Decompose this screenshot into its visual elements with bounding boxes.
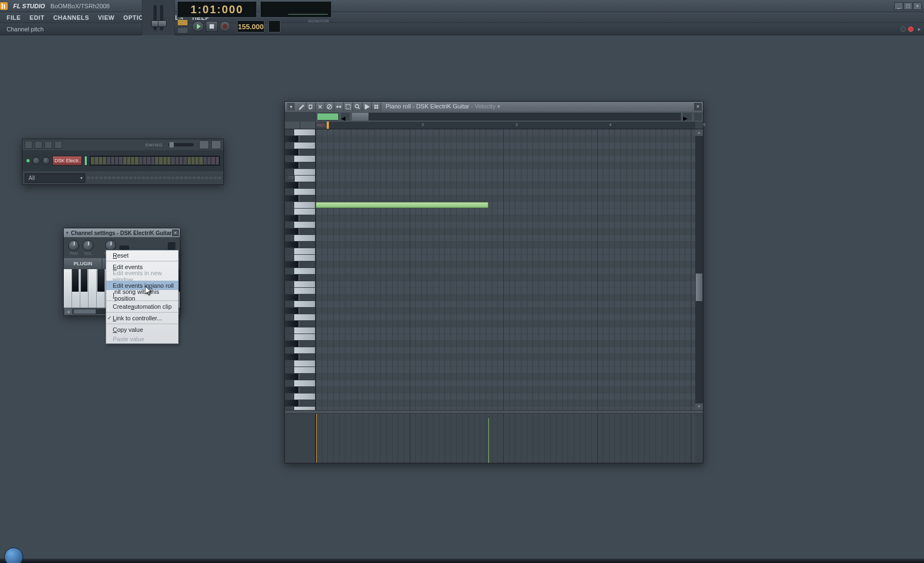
- cs-close-button[interactable]: ×: [172, 229, 179, 236]
- pr-close-button[interactable]: ×: [694, 103, 702, 111]
- pattern-display[interactable]: [268, 20, 280, 32]
- channel-vol-knob[interactable]: [42, 157, 50, 165]
- ctx-item[interactable]: Reset: [106, 250, 178, 260]
- stop-button[interactable]: [206, 21, 218, 32]
- app-logo-icon: [0, 2, 8, 10]
- menu-view[interactable]: VIEW: [94, 14, 119, 21]
- pr-main: C5 ▴ ▾: [285, 129, 703, 410]
- pr-vs-up[interactable]: ▴: [695, 129, 703, 136]
- pr-sr-btn-1[interactable]: [285, 122, 300, 129]
- cs-tab-plugin[interactable]: PLUGIN: [64, 258, 102, 269]
- pr-sr-btn-2[interactable]: [300, 122, 316, 129]
- draw-tool-icon[interactable]: [297, 102, 306, 111]
- pr-vsc-up[interactable]: [695, 122, 703, 129]
- master-volume-fader[interactable]: [153, 5, 157, 30]
- pattern-mode-toggle[interactable]: [177, 19, 188, 26]
- grid-tool-icon[interactable]: [372, 102, 381, 111]
- select-tool-icon[interactable]: [344, 102, 353, 111]
- pr-vscroll: ▴ ▾: [695, 129, 703, 410]
- delete-tool-icon[interactable]: [316, 102, 325, 111]
- cs-pan-knob[interactable]: [68, 240, 79, 251]
- cs-scroll-left[interactable]: ◂: [65, 309, 72, 314]
- close-button[interactable]: ×: [913, 2, 922, 10]
- tempo-value: 155.000: [238, 23, 264, 31]
- pr-velocity-grid[interactable]: [316, 414, 695, 463]
- menu-edit[interactable]: EDIT: [25, 14, 49, 21]
- pr-splitter[interactable]: [285, 410, 703, 414]
- rack-body: DSK Electr...: [23, 150, 223, 171]
- channel-settings-titlebar[interactable]: ▾ Channel settings - DSK ElectriK Guitar…: [64, 228, 180, 237]
- app-titlebar: FL STUDIO BoOMBoX/TSRh2008 _ □ ×: [0, 0, 924, 12]
- channel-filter-dropdown[interactable]: All: [25, 173, 85, 183]
- channel-select[interactable]: [84, 156, 87, 166]
- graph-editor-button[interactable]: [199, 140, 209, 149]
- cs-scroll-thumb[interactable]: [74, 309, 96, 314]
- rack-button-2[interactable]: [35, 141, 42, 149]
- main-menu: FILE EDIT CHANNELS VIEW OPTIONS TOOLS HE…: [0, 12, 924, 23]
- tempo-display[interactable]: 155.000: [237, 20, 265, 32]
- time-display[interactable]: 1:01:000: [177, 1, 257, 18]
- pr-zoom-button[interactable]: [694, 113, 702, 121]
- ctx-item[interactable]: Create automation clip: [106, 300, 178, 311]
- paint-tool-icon[interactable]: [306, 102, 316, 111]
- ctx-item: Edit events in new window: [106, 271, 178, 281]
- midi-note[interactable]: [316, 202, 488, 208]
- keyboard-editor-button[interactable]: [211, 140, 221, 149]
- pr-note-grid[interactable]: [316, 129, 695, 410]
- channel-name-button[interactable]: DSK Electr...: [52, 156, 82, 166]
- cs-vol-knob[interactable]: [82, 240, 94, 251]
- start-button[interactable]: [4, 548, 23, 563]
- playback-tool-icon[interactable]: [362, 102, 372, 111]
- pr-piano-keys[interactable]: C5: [285, 129, 316, 410]
- rack-button-3[interactable]: [45, 141, 52, 149]
- mouse-cursor: [145, 286, 152, 296]
- channel-filter-label: All: [29, 175, 35, 181]
- hint-bar: Channel pitch ▸: [0, 23, 924, 35]
- mute-tool-icon[interactable]: [325, 102, 334, 111]
- ctx-item[interactable]: Copy value: [106, 324, 178, 334]
- ctx-item[interactable]: ✓Link to controller...: [106, 312, 178, 323]
- pr-vel-left: [285, 414, 316, 463]
- channel-mute-led[interactable]: [26, 158, 30, 163]
- pr-hscroll-thumb[interactable]: [352, 113, 369, 121]
- pr-note-preview[interactable]: [317, 113, 339, 121]
- pr-vs-down[interactable]: ▾: [695, 403, 703, 410]
- menu-channels[interactable]: CHANNELS: [49, 14, 94, 21]
- cs-pitch-knob[interactable]: [105, 240, 116, 251]
- pr-timeline[interactable]: 2345: [327, 122, 695, 129]
- cs-pitch-slider[interactable]: [119, 245, 129, 250]
- pr-horizontal-scroll[interactable]: [352, 113, 681, 121]
- stop-icon: [210, 24, 214, 29]
- record-icon: [222, 24, 228, 29]
- record-button[interactable]: [219, 21, 230, 32]
- play-button[interactable]: [192, 21, 204, 32]
- swing-slider[interactable]: [168, 143, 194, 146]
- pr-menu-button[interactable]: ▾: [287, 103, 295, 111]
- rack-menu-button[interactable]: [25, 141, 32, 149]
- menu-file[interactable]: FILE: [2, 14, 25, 21]
- master-pitch-fader[interactable]: [160, 5, 163, 30]
- pr-titlebar[interactable]: ▾ Piano roll - DSK ElectriK Guitar - Vel…: [285, 102, 703, 112]
- window-controls: _ □ ×: [894, 2, 922, 10]
- pr-hs-left[interactable]: ◂: [341, 113, 350, 121]
- pr-corner-btn-1[interactable]: [285, 112, 316, 122]
- minimize-button[interactable]: _: [894, 2, 903, 10]
- zoom-tool-icon[interactable]: [353, 102, 362, 111]
- rack-footer: All: [23, 171, 223, 184]
- piano-roll-window: ▾ Piano roll - DSK ElectriK Guitar - Vel…: [284, 101, 703, 463]
- pattern-length-indicator: [87, 175, 221, 181]
- pr-vs-track[interactable]: [695, 136, 703, 403]
- ctx-item[interactable]: Init song with this position: [106, 290, 178, 299]
- rack-button-4[interactable]: [54, 141, 62, 149]
- slip-tool-icon[interactable]: [334, 102, 344, 111]
- pr-vs-thumb[interactable]: [696, 274, 702, 301]
- pr-tool-icons: [297, 102, 381, 111]
- pr-timeline-row: REC 2345: [285, 122, 703, 129]
- step-sequencer[interactable]: [90, 156, 220, 166]
- cs-menu-arrow-icon[interactable]: ▾: [66, 230, 69, 236]
- pr-hs-right[interactable]: ▸: [683, 113, 692, 121]
- channel-pan-knob[interactable]: [32, 157, 40, 165]
- maximize-button[interactable]: □: [904, 2, 912, 10]
- song-mode-toggle[interactable]: [177, 27, 188, 34]
- knob-context-menu: ResetEdit eventsEdit events in new windo…: [106, 250, 179, 344]
